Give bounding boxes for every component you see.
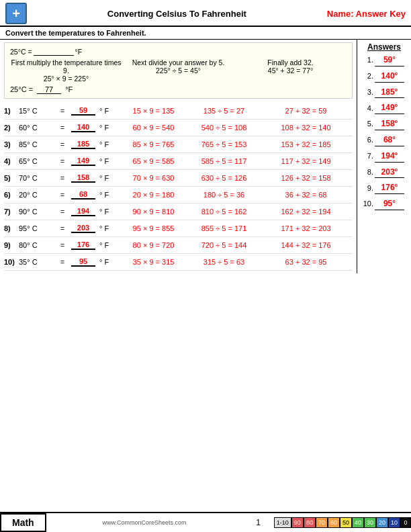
problem-step2: 855 ÷ 5 = 171 [189, 224, 259, 232]
example-bottom-answer: 77 [37, 85, 61, 94]
answer-number: 6. [360, 135, 373, 145]
problem-unit: ° F [99, 258, 118, 266]
answer-number: 2. [360, 71, 373, 81]
answer-number: 9. [360, 183, 373, 193]
problem-celsius: 85° C [19, 140, 58, 148]
answer-item: 2. 140° [360, 71, 408, 83]
answers-title: Answers [360, 42, 408, 52]
example-unit: °F [75, 48, 83, 56]
table-row: 5) 70° C = 158 ° F 70 × 9 = 630 630 ÷ 5 … [4, 170, 353, 187]
problem-celsius: 35° C [19, 258, 58, 266]
problem-step2: 135 ÷ 5 = 27 [189, 107, 259, 115]
score-box: 90 [291, 517, 304, 528]
example-col3: Finally add 32. 45° + 32 = 77° [234, 58, 347, 83]
problem-unit: ° F [99, 140, 118, 148]
problem-step1: 65 × 9 = 585 [118, 157, 189, 165]
problem-answer: 149 [67, 157, 99, 166]
example-bottom-unit: °F [65, 85, 73, 93]
answer-number: 10. [360, 199, 373, 209]
answer-value: 203 [71, 224, 95, 233]
answer-item: 1. 59° [360, 54, 408, 66]
problem-answer: 68 [67, 190, 99, 200]
problem-step1: 35 × 9 = 315 [118, 258, 189, 266]
problem-step3: 153 + 32 = 185 [259, 140, 353, 148]
table-row: 4) 65° C = 149 ° F 65 × 9 = 585 585 ÷ 5 … [4, 153, 353, 170]
problem-unit: ° F [99, 208, 118, 216]
problem-step2: 540 ÷ 5 = 108 [189, 124, 259, 132]
score-box: 1-10 [274, 517, 291, 528]
answer-val: 149° [375, 102, 404, 114]
example-box: 25°C = °F First multiply the temperature… [4, 42, 353, 99]
problem-number: 2) [4, 124, 19, 132]
problem-step3: 27 + 32 = 59 [259, 107, 353, 115]
problem-step2: 720 ÷ 5 = 144 [189, 241, 259, 249]
table-row: 9) 80° C = 176 ° F 80 × 9 = 720 720 ÷ 5 … [4, 237, 353, 254]
logo-symbol: + [12, 6, 20, 21]
answer-item: 9. 176° [360, 182, 408, 194]
answer-val: 158° [375, 118, 404, 130]
answer-val: 185° [375, 87, 404, 99]
main-content: 25°C = °F First multiply the temperature… [0, 40, 411, 273]
answer-number: 7. [360, 151, 373, 161]
example-cols: First multiply the temperature times 9. … [10, 58, 347, 83]
answer-val: 194° [375, 150, 404, 163]
col3-title: Finally add 32. [234, 58, 347, 66]
answer-value: 95 [71, 257, 95, 267]
answer-value: 176 [71, 240, 95, 250]
problem-number: 9) [4, 241, 19, 249]
example-bottom-label: 25°C = [10, 85, 33, 93]
problem-answer: 158 [67, 173, 99, 183]
footer-page: 1 [242, 518, 274, 527]
example-col1: First multiply the temperature times 9. … [10, 58, 122, 83]
problem-unit: ° F [99, 191, 118, 199]
answer-value: 68 [71, 190, 95, 200]
problem-celsius: 80° C [19, 241, 58, 249]
problem-answer: 176 [67, 240, 99, 250]
problem-number: 6) [4, 191, 19, 199]
problem-step3: 144 + 32 = 176 [259, 241, 353, 249]
answer-val: 95° [375, 198, 404, 210]
footer-url: www.CommonCoreSheets.com [46, 519, 242, 526]
name-field: Name: Answer Key [327, 9, 406, 19]
score-box: 20 [376, 517, 388, 528]
problem-celsius: 15° C [19, 107, 58, 115]
score-box: 80 [304, 517, 316, 528]
answer-item: 3. 185° [360, 87, 408, 99]
example-temp-label: 25°C = [10, 48, 32, 56]
problem-number: 5) [4, 174, 19, 182]
score-box: 40 [352, 517, 364, 528]
footer-scores: 1-109080706050403020100 [274, 517, 411, 528]
answer-number: 4. [360, 103, 373, 114]
problem-equals: = [58, 258, 67, 266]
answer-item: 8. 203° [360, 167, 408, 179]
answer-item: 6. 68° [360, 134, 408, 146]
score-box: 50 [340, 517, 352, 528]
table-row: 2) 60° C = 140 ° F 60 × 9 = 540 540 ÷ 5 … [4, 120, 353, 136]
problem-step3: 108 + 32 = 140 [259, 124, 353, 132]
problem-equals: = [58, 174, 67, 182]
problem-unit: ° F [99, 241, 118, 249]
answer-val: 59° [375, 54, 404, 66]
answer-item: 7. 194° [360, 150, 408, 163]
score-box: 70 [316, 517, 328, 528]
table-row: 7) 90° C = 194 ° F 90 × 9 = 810 810 ÷ 5 … [4, 204, 353, 220]
problem-answer: 194 [67, 207, 99, 216]
problem-step1: 95 × 9 = 855 [118, 224, 189, 232]
answers-container: 1. 59° 2. 140° 3. 185° 4. 149° 5. 158° 6… [360, 54, 408, 210]
problem-step2: 315 ÷ 5 = 63 [189, 258, 259, 266]
problem-equals: = [58, 241, 67, 249]
problem-answer: 95 [67, 257, 99, 267]
answers-panel: Answers 1. 59° 2. 140° 3. 185° 4. 149° 5… [357, 40, 411, 273]
footer-math-label: Math [0, 513, 46, 532]
instruction-text: Convert the temperatures to Fahrenheit. [0, 27, 411, 40]
problem-number: 10) [4, 258, 19, 266]
problem-answer: 203 [67, 224, 99, 233]
problem-equals: = [58, 208, 67, 216]
problem-unit: ° F [99, 107, 118, 115]
answer-item: 5. 158° [360, 118, 408, 130]
answer-value: 149 [71, 157, 95, 166]
page-title: Converting Celsius To Fahrenheit [27, 9, 327, 19]
problem-equals: = [58, 124, 67, 132]
footer: Math www.CommonCoreSheets.com 1 1-109080… [0, 512, 411, 532]
table-row: 3) 85° C = 185 ° F 85 × 9 = 765 765 ÷ 5 … [4, 136, 353, 153]
